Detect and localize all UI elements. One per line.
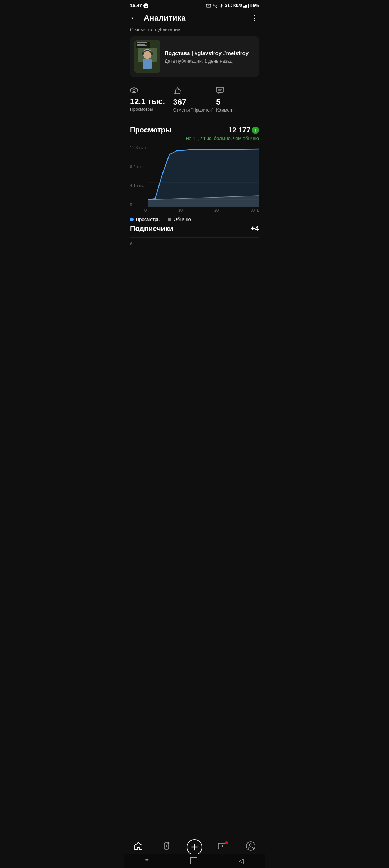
y-label-bottom: 0 <box>130 202 148 207</box>
subtitle: С момента публикации <box>124 27 265 36</box>
chart-y-labels: 12,3 тыс. 8,2 тыс. 4,1 тыс. 0 <box>130 145 148 207</box>
page-title: Аналитика <box>144 13 185 23</box>
signal-bars <box>243 4 249 8</box>
subs-value: +4 <box>251 225 259 233</box>
back-button[interactable]: ← <box>130 13 138 23</box>
more-options-button[interactable]: ⋮ <box>250 13 259 23</box>
notification-badge: 1 <box>143 3 148 8</box>
views-section-header: Просмотры 12 177 ↑ <box>130 126 259 134</box>
svg-marker-24 <box>148 149 259 207</box>
battery: 55% <box>250 3 259 8</box>
legend-views-label: Просмотры <box>136 217 161 222</box>
x-label-30: 30 ч. <box>250 208 259 212</box>
subs-chart-label: 6 <box>130 241 133 247</box>
svg-rect-12 <box>137 45 147 46</box>
stat-likes: 367 Отметки "Нравится" <box>173 83 216 117</box>
legend-usual: Обычно <box>168 217 191 222</box>
header: ← Аналитика ⋮ <box>124 10 265 27</box>
y-label-top: 12,3 тыс. <box>130 145 148 150</box>
status-bar: 15:47 1 N 21.0 KB/S 55% <box>124 0 265 10</box>
status-left: 15:47 1 <box>130 3 148 8</box>
header-left: ← Аналитика <box>130 13 185 23</box>
legend-views: Просмотры <box>130 217 161 222</box>
svg-rect-11 <box>137 44 145 45</box>
video-date: Дата публикации: 1 день назад <box>165 58 255 64</box>
views-badge: 12 177 ↑ <box>228 126 259 134</box>
likes-icon <box>173 87 216 96</box>
comments-icon <box>216 87 259 96</box>
svg-text:N: N <box>208 5 209 7</box>
video-thumbnail <box>134 40 160 73</box>
likes-value: 367 <box>173 98 216 107</box>
mute-icon <box>213 3 218 8</box>
stats-row: 12,1 тыс. Просмотры 367 Отметки "Нравитс… <box>124 83 265 117</box>
subs-title: Подписчики <box>130 225 173 233</box>
svg-rect-10 <box>137 42 147 43</box>
y-label-mid1: 8,2 тыс. <box>130 164 148 169</box>
stat-comments: 5 Коммент- <box>216 83 259 117</box>
stat-views: 12,1 тыс. Просмотры <box>130 83 173 117</box>
views-section-title: Просмотры <box>130 126 171 134</box>
chart-legend: Просмотры Обычно <box>130 212 259 222</box>
views-label: Просмотры <box>130 107 173 112</box>
svg-rect-16 <box>216 87 224 92</box>
views-value: 12,1 тыс. <box>130 97 173 106</box>
svg-point-13 <box>130 88 138 93</box>
x-label-10: 10 <box>178 208 183 212</box>
views-comparison: На 11,2 тыс. больше, чем обычно <box>130 136 259 141</box>
nfc-icon: N <box>206 3 211 8</box>
legend-views-dot <box>130 218 134 221</box>
legend-usual-dot <box>168 218 171 221</box>
subs-header: Подписчики +4 <box>130 225 259 233</box>
video-card[interactable]: Подстава | #glavstroy #melstroy Дата пуб… <box>130 36 259 77</box>
x-label-0: 0 <box>144 208 147 212</box>
svg-rect-7 <box>142 52 144 55</box>
thumbnail-art <box>134 40 160 73</box>
status-right: N 21.0 KB/S 55% <box>206 3 259 8</box>
views-section: Просмотры 12 177 ↑ На 11,2 тыс. больше, … <box>124 126 265 217</box>
subscribers-section: Подписчики +4 6 <box>124 225 265 247</box>
y-label-mid2: 4,1 тыс. <box>130 183 148 187</box>
views-value-block: 12 177 ↑ <box>228 126 259 134</box>
legend-usual-label: Обычно <box>174 217 191 222</box>
video-title: Подстава | #glavstroy #melstroy <box>165 49 255 57</box>
likes-label: Отметки "Нравится" <box>173 108 216 113</box>
svg-rect-8 <box>151 52 153 55</box>
views-icon <box>130 87 173 95</box>
svg-rect-6 <box>143 59 152 69</box>
chart-container: 12,3 тыс. 8,2 тыс. 4,1 тыс. 0 <box>130 145 259 217</box>
x-label-20: 20 <box>214 208 219 212</box>
views-total: 12 177 <box>228 126 250 134</box>
comments-label: Коммент- <box>216 108 259 113</box>
bluetooth-icon <box>219 3 224 8</box>
chart-x-labels: 0 10 20 30 ч. <box>130 207 259 212</box>
clock: 15:47 <box>130 3 142 8</box>
video-info: Подстава | #glavstroy #melstroy Дата пуб… <box>165 49 255 64</box>
data-speed: 21.0 KB/S <box>225 4 242 8</box>
up-arrow-icon: ↑ <box>252 127 259 134</box>
comments-value: 5 <box>216 98 259 107</box>
views-chart <box>148 145 259 207</box>
svg-point-14 <box>133 89 135 92</box>
svg-rect-15 <box>174 90 175 94</box>
